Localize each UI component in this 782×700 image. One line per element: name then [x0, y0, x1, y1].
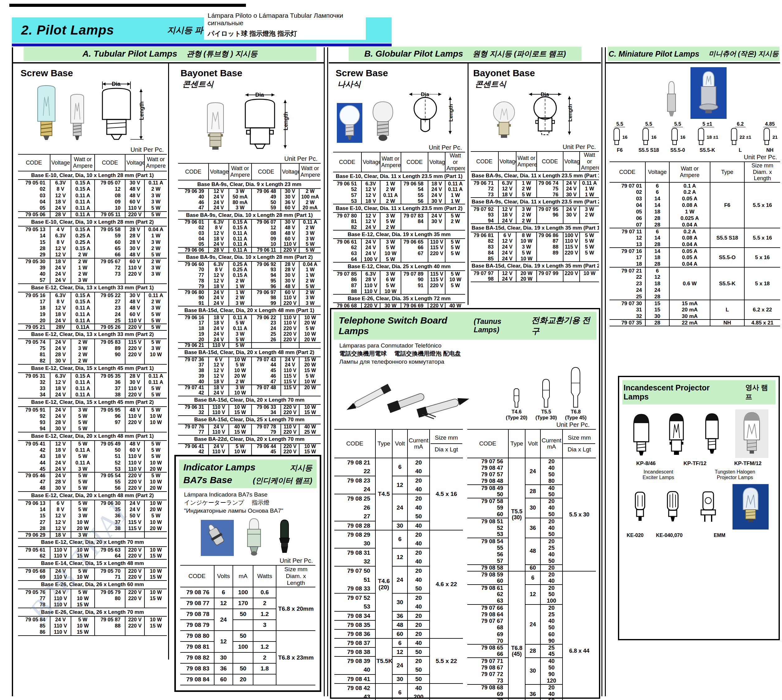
current-cell: 50 [540, 558, 562, 564]
group-title: Base BA-9s, Clear, Dia. 10 x Length 28 m… [178, 211, 321, 219]
watt-ampere-cell: 10 W [229, 405, 252, 410]
voltage-cell: 24 V [428, 187, 445, 192]
watt-ampere-cell: 5 W [144, 392, 167, 398]
projector-header: Incandescent Projector Lamps 영사 램프 [622, 380, 775, 405]
volt-cell: 30 [525, 658, 541, 685]
code-cell: 79 05 54 [95, 472, 125, 479]
column-header: Voltage [361, 152, 380, 172]
voltage-cell: 220 V [563, 250, 580, 256]
watt-ampere-cell: 15 W [144, 623, 167, 629]
watt-ampere-cell: 20 W [144, 506, 167, 513]
code-cell: 52 [467, 525, 508, 531]
watt-ampere-cell: 5 W [144, 513, 167, 519]
diagram-diameter: 6.2 [735, 121, 745, 127]
code-cell: 79 07 56 [467, 458, 508, 465]
voltage-cell: 30 [645, 313, 669, 320]
voltage-cell: 30 V [281, 194, 299, 200]
watt-ampere-cell: 1 W [71, 265, 95, 271]
voltage-cell: 24 V [209, 326, 229, 331]
indicator-table: CODEVoltsmAWattsSize mm Diam. x Length79… [180, 565, 315, 685]
b-screw-heading: Screw Base [336, 68, 465, 78]
code-cell: 79 06 80 [178, 289, 209, 295]
code-cell: 79 07 78 [252, 424, 281, 430]
code-cell: 79 08 34 [334, 611, 376, 620]
voltage-cell: 110 V [125, 318, 144, 324]
group-title: Base BA-9s, Clear, Dia. 11 x Length 23.5… [471, 198, 599, 206]
voltage-cell [125, 629, 144, 636]
code-cell: 96 [252, 284, 281, 289]
voltage-cell: 30 V [563, 192, 580, 198]
code-cell: 70 [467, 638, 508, 644]
telephone-type-diagram: T4.6 (Type 20)T5.5 (Type 30)T6.8 (Type 4… [506, 366, 586, 421]
catalog-page: 2. Pilot Lamps 지시등 파이로트 램프 Lámpara Pilot… [0, 0, 782, 700]
watt-ampere-cell: 0.15 A [71, 292, 95, 299]
current-cell: 40 [408, 521, 429, 530]
code-cell: 79 07 80 [333, 212, 361, 218]
voltage-cell: 18 V [50, 532, 71, 538]
watt-ampere-cell: 3 W [144, 305, 167, 312]
code-cell: 98 [252, 295, 281, 300]
voltage-cell: 8 V [209, 225, 229, 230]
miniature-diagram: 5.516S5.5 S18 [638, 121, 659, 153]
watt-ampere-cell [144, 277, 167, 284]
code-cell: 79 05 35 [95, 373, 125, 379]
voltage-cell: 18 V [50, 258, 71, 265]
voltage-cell: 24 V [50, 339, 71, 345]
telephone-tube-icon [512, 387, 521, 409]
projector-bulb-kptf12 [664, 412, 689, 458]
voltage-cell: 24 V [209, 194, 229, 200]
column-header: Voltage [498, 152, 516, 172]
code-cell: 66 [467, 651, 508, 658]
code-cell: 28 [18, 525, 50, 532]
watt-ampere-cell: 10 W [144, 479, 167, 485]
volt-cell: 24 [392, 566, 408, 593]
code-cell: 79 06 58 [401, 180, 428, 187]
code-cell: 96 [537, 212, 563, 218]
code-cell [252, 343, 281, 348]
diagram-type-label: L [739, 147, 742, 153]
telephone-type-label: T5.5 (Type 30) [535, 409, 557, 421]
voltage-cell: 24 V [209, 242, 229, 247]
current-cell: 100 [540, 598, 562, 605]
code-cell: 89 [537, 250, 563, 256]
watt-ampere-cell: 0.25 A [229, 267, 252, 273]
watt-ampere-cell: 5 W [71, 472, 95, 479]
watt-ampere-cell [144, 358, 167, 364]
code-cell: 44 [252, 362, 281, 368]
code-cell [537, 276, 563, 282]
watt-ampere-cell: 5 W [71, 426, 95, 432]
column-header: CODE [401, 152, 428, 172]
code-cell: 79 05 91 [18, 407, 50, 413]
current-cell: 50 [540, 532, 562, 538]
voltage-cell: 12 V [209, 188, 229, 194]
code-cell: 59 [467, 505, 508, 511]
voltage-cell: 110 V [428, 238, 445, 245]
code-cell: 79 08 81 [180, 642, 214, 652]
code-cell: 79 07 11 [610, 228, 645, 235]
type-cell: NH [710, 320, 744, 326]
code-cell: 72 [95, 265, 125, 271]
code-cell [537, 256, 563, 262]
current-cell: 40 [540, 525, 562, 531]
code-cell: 79 05 58 [95, 226, 125, 233]
projector-label-ke040: KE-040,070 [656, 533, 682, 538]
watt-ampere-cell: 5 W [516, 250, 537, 256]
code-cell: 79 06 06 [178, 247, 209, 253]
code-cell: 79 06 71 [471, 180, 498, 186]
code-cell: 57 [18, 277, 50, 284]
code-cell: 12 [252, 225, 281, 230]
code-cell: 75 [18, 345, 50, 352]
watt-ampere-cell: 15 W [229, 410, 252, 416]
current-cell: 40 [540, 485, 562, 491]
current-cell: 20 [540, 458, 562, 465]
voltage-cell [281, 390, 299, 396]
current-cell: 20 [540, 685, 562, 691]
watt-ampere-cell: 0.11 A [71, 318, 95, 324]
volt-cell: 30 [525, 498, 541, 518]
voltage-cell: 18 V [209, 315, 229, 320]
watt-ampere-cell: 2 W [144, 298, 167, 305]
voltage-cell: 24 V [125, 500, 144, 507]
voltage-cell: 110 V [50, 629, 71, 636]
current-cell: 20 [540, 585, 562, 591]
volts-cell: 24 [214, 609, 233, 631]
